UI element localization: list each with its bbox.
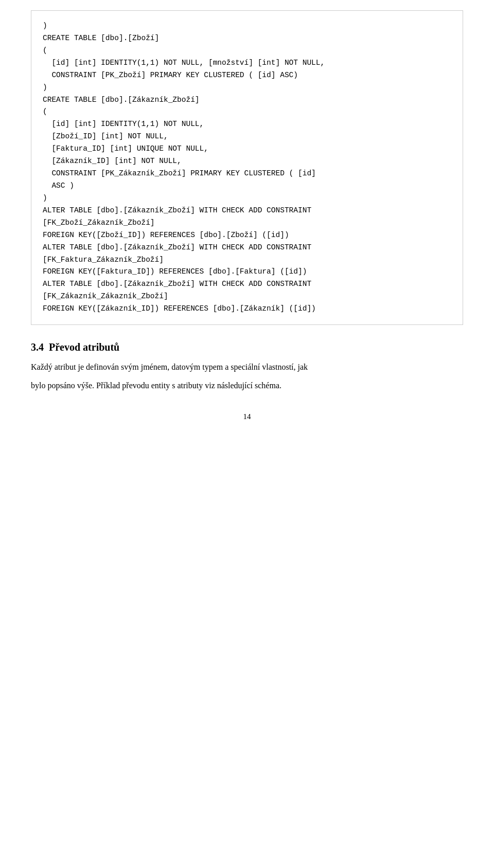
section-number: 3.4 [31, 341, 44, 353]
section-paragraph-2: bylo popsáno výše. Příklad převodu entit… [31, 379, 463, 392]
code-content: ) CREATE TABLE [dbo].[Zboží] ( [id] [int… [43, 22, 325, 313]
code-block: ) CREATE TABLE [dbo].[Zboží] ( [id] [int… [31, 10, 463, 325]
page-number: 14 [31, 412, 463, 421]
section-34: 3.4 Převod atributů Každý atribut je def… [31, 341, 463, 392]
section-title: Převod atributů [49, 341, 119, 353]
section-paragraph-1: Každý atribut je definován svým jménem, … [31, 360, 463, 374]
section-heading: 3.4 Převod atributů [31, 341, 463, 353]
